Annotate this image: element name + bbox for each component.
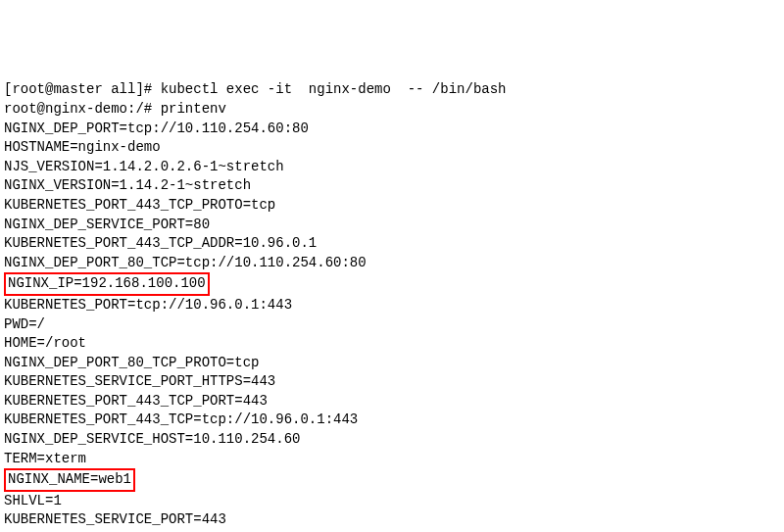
terminal-line: root@nginx-demo:/# printenv (4, 100, 780, 120)
terminal-line: KUBERNETES_PORT_443_TCP_PORT=443 (4, 392, 780, 411)
terminal-output: [root@master all]# kubectl exec -it ngin… (4, 80, 780, 532)
terminal-line: NGINX_DEP_PORT_80_TCP_PROTO=tcp (4, 354, 780, 373)
terminal-line: HOME=/root (4, 334, 780, 354)
terminal-line: SHLVL=1 (4, 492, 780, 511)
terminal-line: NGINX_DEP_SERVICE_HOST=10.110.254.60 (4, 430, 780, 450)
highlighted-env-var: NGINX_NAME=web1 (4, 468, 780, 492)
terminal-line: NGINX_DEP_SERVICE_PORT=80 (4, 216, 780, 235)
terminal-line: KUBERNETES_SERVICE_PORT_HTTPS=443 (4, 372, 780, 392)
terminal-line: KUBERNETES_PORT_443_TCP=tcp://10.96.0.1:… (4, 411, 780, 430)
terminal-line: KUBERNETES_PORT=tcp://10.96.0.1:443 (4, 296, 780, 315)
terminal-line: NGINX_VERSION=1.14.2-1~stretch (4, 176, 780, 196)
terminal-line: [root@master all]# kubectl exec -it ngin… (4, 80, 780, 100)
terminal-line: HOSTNAME=nginx-demo (4, 138, 780, 158)
highlight-nginx-name: NGINX_NAME=web1 (4, 468, 135, 492)
terminal-line: KUBERNETES_SERVICE_PORT=443 (4, 510, 780, 530)
terminal-line: KUBERNETES_PORT_443_TCP_ADDR=10.96.0.1 (4, 234, 780, 254)
highlight-nginx-ip: NGINX_IP=192.168.100.100 (4, 272, 210, 296)
terminal-line: NGINX_DEP_PORT=tcp://10.110.254.60:80 (4, 120, 780, 139)
terminal-line: KUBERNETES_PORT_443_TCP_PROTO=tcp (4, 196, 780, 216)
terminal-line: NGINX_DEP_PORT_80_TCP=tcp://10.110.254.6… (4, 254, 780, 273)
terminal-line: PWD=/ (4, 315, 780, 335)
highlighted-env-var: NGINX_IP=192.168.100.100 (4, 272, 780, 296)
terminal-line: NJS_VERSION=1.14.2.0.2.6-1~stretch (4, 158, 780, 177)
terminal-line: TERM=xterm (4, 450, 780, 469)
